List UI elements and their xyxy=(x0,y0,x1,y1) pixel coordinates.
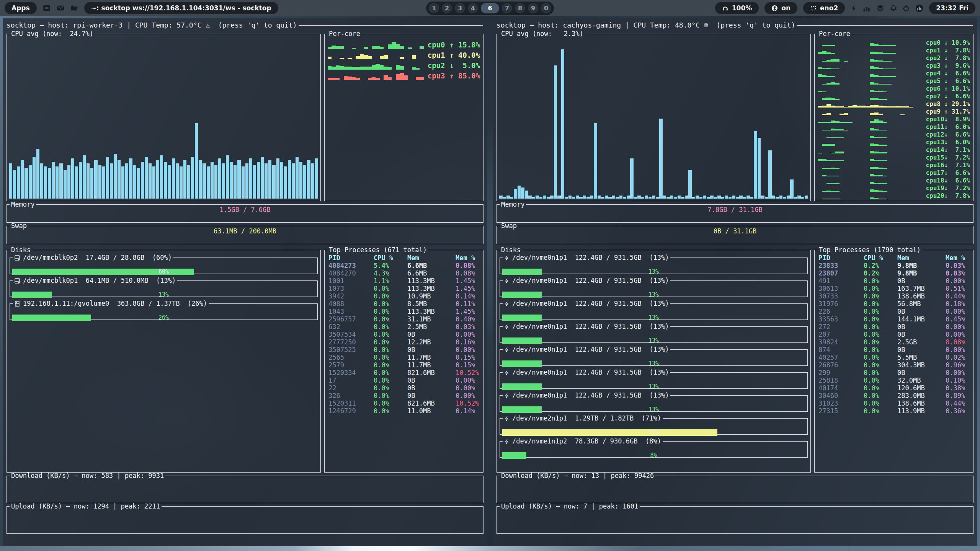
signal-bars-icon[interactable] xyxy=(863,5,871,12)
process-cell: 0.14% xyxy=(456,407,481,415)
chart-bar xyxy=(133,165,136,199)
spark-bar xyxy=(826,122,831,123)
process-row: 2070.0%0B0.00% xyxy=(818,331,971,338)
chart-bar xyxy=(137,168,140,199)
spark-bar xyxy=(818,91,822,92)
spark-bar xyxy=(870,136,874,138)
mail-icon[interactable] xyxy=(57,4,64,12)
bluetooth-pill[interactable]: on xyxy=(764,2,797,14)
spark-bar xyxy=(840,114,844,115)
process-row: 238330.2%9.8MB0.03% xyxy=(818,262,971,269)
core-label: cpu15↓ 7.2% xyxy=(926,155,970,161)
process-cell: 22 xyxy=(328,384,374,392)
per-core-title: Per-core xyxy=(327,31,362,37)
spark-bar xyxy=(870,98,874,100)
spark-bar xyxy=(835,59,839,62)
chart-bar xyxy=(311,163,314,199)
chart-bar xyxy=(532,197,536,199)
workspace-button-4[interactable]: 4 xyxy=(468,3,478,13)
core-row-cpu12: cpu12↓ 6.6% xyxy=(818,130,970,138)
disk-entry: /dev/nvme0n1p1 122.4GB / 931.5GB (13%)13… xyxy=(500,346,808,366)
process-cell: 120.6MB xyxy=(897,384,946,392)
spark-bar xyxy=(822,114,826,115)
layers-icon[interactable] xyxy=(876,4,884,12)
spark-bar xyxy=(822,75,826,77)
chart-bar xyxy=(145,157,148,199)
workspace-button-7[interactable]: 7 xyxy=(502,3,512,13)
core-label: cpu16↓ 7.1% xyxy=(926,162,970,169)
chart-bar xyxy=(141,162,144,199)
spark-bar xyxy=(844,130,848,130)
spark-bar xyxy=(831,191,835,192)
process-cell: 0.00% xyxy=(456,331,481,338)
spark-bar xyxy=(870,174,874,176)
chart-bar xyxy=(616,197,619,199)
process-cell: 299 xyxy=(818,369,864,377)
chart-bar xyxy=(561,49,565,199)
chart-bar xyxy=(543,196,546,199)
clock-pill[interactable]: 23:32 Fri xyxy=(929,2,975,14)
workspace-button-3[interactable]: 3 xyxy=(455,3,465,13)
workspace-button-0[interactable]: 0 xyxy=(541,3,551,13)
monitor-badge-icon[interactable] xyxy=(915,4,923,12)
network-pill[interactable]: eno2 xyxy=(803,2,845,14)
spark-bar xyxy=(874,44,878,46)
nvme-bolt-icon xyxy=(504,439,510,445)
chart-bar xyxy=(590,196,594,199)
process-cell: 0.36% xyxy=(946,407,971,415)
spark-bar xyxy=(853,105,857,108)
process-cell: 0B xyxy=(897,346,946,354)
spark-bar xyxy=(870,82,874,85)
process-cell: 31.1MB xyxy=(407,315,456,323)
process-cell: 0.0% xyxy=(864,361,897,369)
workspace-button-1[interactable]: 1 xyxy=(429,3,439,13)
process-cell: 1.1% xyxy=(374,277,407,285)
spark-bar xyxy=(380,56,384,59)
chart-bar xyxy=(725,196,728,199)
spark-bar xyxy=(831,59,835,62)
power-profile-icon[interactable] xyxy=(851,5,857,12)
folder-icon[interactable] xyxy=(70,4,78,12)
chart-bar xyxy=(64,170,67,199)
spark-bar xyxy=(870,59,874,62)
process-cell: 0.00% xyxy=(456,346,481,354)
terminal-window-cachyos-gaming[interactable]: socktop — host: cachyos-gaming | CPU Tem… xyxy=(493,18,977,546)
process-cell: 1520311 xyxy=(328,399,374,407)
disks-panel: Disks /dev/nvme0n1p1 122.4GB / 931.5GB (… xyxy=(497,247,811,473)
terminal-window-rpi-worker-3[interactable]: socktop — host: rpi-worker-3 | CPU Temp:… xyxy=(3,18,487,546)
disk-usage-percent: 60% xyxy=(12,269,315,275)
core-sparkline xyxy=(818,86,922,92)
apps-button[interactable]: Apps xyxy=(5,2,37,14)
volume-pill[interactable]: 100% xyxy=(715,2,759,14)
chart-bar xyxy=(276,158,279,199)
bell-icon[interactable] xyxy=(890,5,897,12)
process-cell: 5.4% xyxy=(374,262,407,269)
process-cell: 0.44% xyxy=(946,399,971,407)
spark-bar xyxy=(826,104,831,108)
process-cell: 10.9MB xyxy=(407,292,456,300)
chart-bar xyxy=(674,197,677,199)
workspace-button-6[interactable]: 6 xyxy=(481,3,499,13)
chart-bar xyxy=(521,187,524,199)
process-cell: 138.6MB xyxy=(897,292,946,300)
process-cell: 0.44% xyxy=(946,292,971,300)
workspace-button-8[interactable]: 8 xyxy=(515,3,525,13)
disk-entry-text: /dev/nvme0n1p1 122.4GB / 931.5GB (13%) xyxy=(512,300,669,307)
memory-panel: Memory 7.8GB / 31.1GB xyxy=(497,201,973,223)
workspace-button-9[interactable]: 9 xyxy=(528,3,538,13)
process-row: 35075250.0%0B0.00% xyxy=(328,346,481,354)
window-icon[interactable] xyxy=(43,4,51,12)
workspace-button-2[interactable]: 2 xyxy=(442,3,452,13)
power-icon[interactable] xyxy=(903,5,910,12)
window-title-pill[interactable]: ~: socktop ws://192.168.1.104:3031/ws - … xyxy=(84,2,278,14)
chart-bar xyxy=(160,155,163,199)
chart-bar xyxy=(707,197,710,199)
chart-bar xyxy=(272,165,275,199)
col-memp: Mem % xyxy=(456,254,481,262)
spark-bar xyxy=(879,191,883,192)
process-cell: 0.00% xyxy=(456,392,481,399)
core-label: cpu7 ↓ 6.6% xyxy=(926,93,970,100)
process-cell: 0.18% xyxy=(946,300,971,308)
chart-bar xyxy=(732,196,735,199)
chart-bar xyxy=(164,162,167,199)
